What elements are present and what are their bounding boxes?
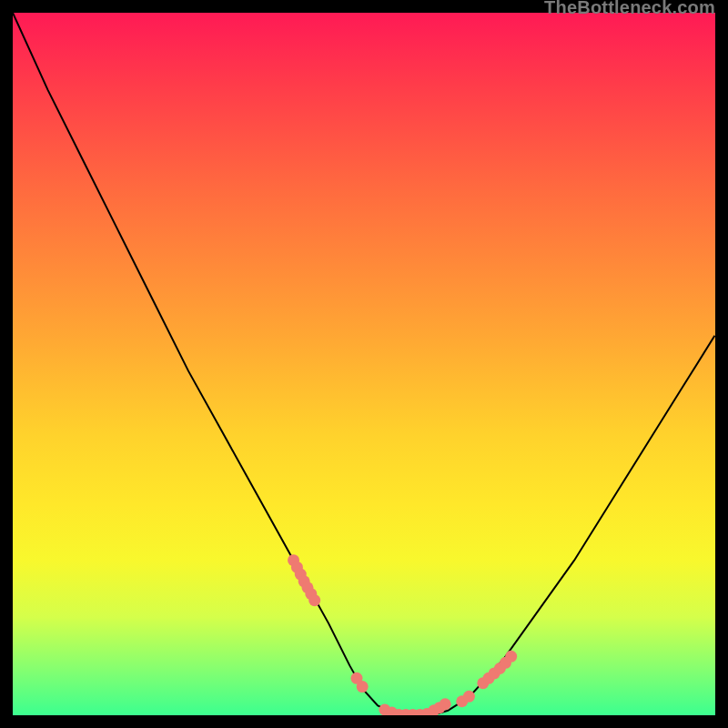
- bottleneck-curve-path: [13, 13, 714, 714]
- highlight-dot: [308, 594, 320, 606]
- highlight-dot: [463, 691, 475, 703]
- highlight-dots: [288, 554, 517, 714]
- watermark-text: TheBottleneck.com: [544, 0, 715, 18]
- highlight-dot: [357, 681, 369, 693]
- highlight-dot: [505, 651, 517, 662]
- chart-svg: [13, 13, 714, 714]
- bottleneck-curve: [13, 13, 714, 714]
- highlight-dot: [440, 699, 451, 711]
